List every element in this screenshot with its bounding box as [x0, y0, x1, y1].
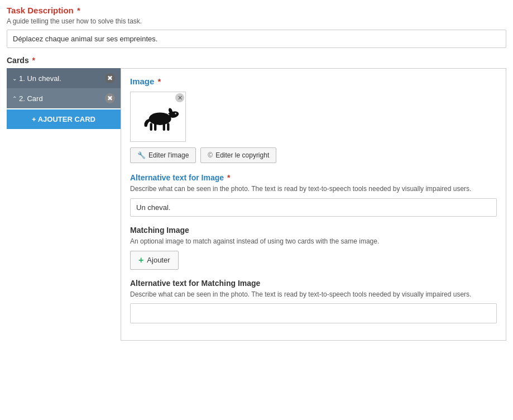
matching-image-section: Matching Image An optional image to matc…: [130, 226, 497, 270]
alt-text-section: Alternative text for Image * Describe wh…: [130, 173, 497, 217]
main-layout: ⌄ 1. Un cheval. ✖ ⌃ 2. Card ✖ + AJOUTER …: [7, 68, 506, 341]
image-preview-close-button[interactable]: ✕: [175, 93, 184, 102]
horse-body: [144, 107, 179, 130]
svg-rect-7: [150, 123, 152, 131]
task-description-input[interactable]: [7, 30, 506, 48]
task-description-title: Task Description *: [7, 6, 506, 15]
svg-point-9: [175, 113, 176, 113]
title-required-star: *: [77, 6, 80, 15]
card-item-1[interactable]: ⌄ 1. Un cheval. ✖: [7, 68, 121, 88]
copyright-icon: ©: [208, 151, 213, 159]
card-item-2[interactable]: ⌃ 2. Card ✖: [7, 88, 121, 108]
alt-text-required-star: *: [227, 173, 230, 182]
cards-sidebar: ⌄ 1. Un cheval. ✖ ⌃ 2. Card ✖ + AJOUTER …: [7, 68, 121, 129]
alt-text-title: Alternative text for Image *: [130, 173, 497, 182]
card-1-remove-button[interactable]: ✖: [105, 73, 115, 83]
image-section: Image * ✕: [130, 77, 497, 163]
alt-matching-description: Describe what can be seen in the photo. …: [130, 290, 497, 299]
ajouter-label: Ajouter: [147, 256, 170, 264]
image-required-star: *: [158, 77, 161, 86]
task-description-subtitle: A guide telling the user how to solve th…: [7, 17, 506, 25]
matching-image-title: Matching Image: [130, 226, 497, 235]
horse-image: [137, 99, 179, 135]
edit-image-label: Editer l'image: [148, 151, 189, 159]
alt-matching-section: Alternative text for Matching Image Desc…: [130, 279, 497, 324]
alt-matching-input[interactable]: [130, 303, 497, 323]
title-text: Task Description: [7, 6, 74, 15]
card-1-label: 1. Un cheval.: [19, 74, 105, 83]
matching-image-description: An optional image to match against inste…: [130, 237, 497, 246]
plus-icon: +: [138, 255, 143, 265]
svg-rect-4: [167, 123, 169, 131]
add-card-button[interactable]: + AJOUTER CARD: [7, 109, 121, 129]
edit-copyright-button[interactable]: © Editer le copyright: [200, 147, 276, 163]
card-content-panel: Image * ✕: [121, 68, 506, 341]
alt-matching-title: Alternative text for Matching Image: [130, 279, 497, 288]
edit-image-button[interactable]: 🔧 Editer l'image: [130, 147, 196, 163]
edit-copyright-label: Editer le copyright: [215, 151, 269, 159]
svg-rect-5: [162, 123, 165, 131]
svg-rect-6: [154, 123, 156, 131]
card-2-label: 2. Card: [19, 94, 105, 103]
card-1-arrow: ⌄: [12, 75, 17, 82]
card-2-arrow: ⌃: [12, 96, 17, 102]
wrench-icon: 🔧: [137, 151, 146, 159]
alt-text-input[interactable]: [130, 198, 497, 217]
ajouter-button[interactable]: + Ajouter: [130, 251, 179, 270]
image-action-buttons: 🔧 Editer l'image © Editer le copyright: [130, 147, 497, 163]
cards-required-star: *: [32, 56, 35, 65]
task-description-section: Task Description * A guide telling the u…: [7, 6, 506, 48]
card-2-remove-button[interactable]: ✖: [105, 93, 115, 103]
cards-label: Cards *: [7, 56, 506, 65]
image-section-title: Image *: [130, 77, 497, 86]
image-preview-box: ✕: [130, 92, 186, 142]
alt-text-description: Describe what can be seen in the photo. …: [130, 184, 497, 194]
